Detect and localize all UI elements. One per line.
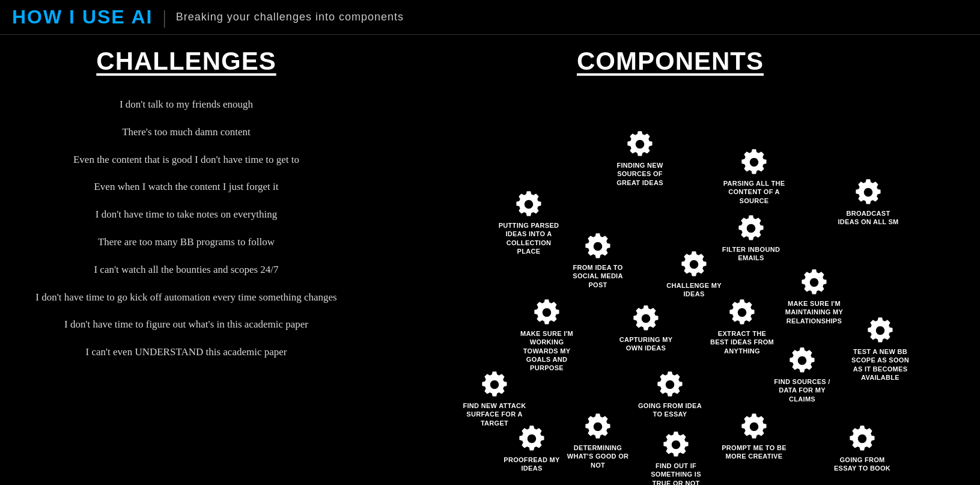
header: HOW I USE AI | Breaking your challenges … <box>0 0 980 35</box>
component-label: Proofread my ideas <box>499 456 565 473</box>
component-label: Determining what's good or not <box>565 444 631 469</box>
component-item: Challenge my ideas <box>661 250 727 299</box>
challenge-item: I can't even UNDERSTAND this academic pa… <box>24 345 348 359</box>
page-title: HOW I USE AI <box>12 6 153 28</box>
gear-icon <box>680 250 708 279</box>
component-label: Going from essay to book <box>829 456 895 473</box>
gear-icon <box>514 190 543 219</box>
component-label: Parsing all the content of a source <box>721 179 787 205</box>
component-item: Filter inbound emails <box>718 214 784 263</box>
challenge-item: I can't watch all the bounties and scope… <box>24 263 348 277</box>
component-label: From idea to social media post <box>565 263 631 289</box>
challenge-item: Even the content that is good I don't ha… <box>24 153 348 167</box>
gear-icon <box>728 298 756 327</box>
component-label: Make sure I'm working towards my goals a… <box>514 329 580 372</box>
gear-icon <box>788 346 817 375</box>
challenges-heading: CHALLENGES <box>24 47 348 76</box>
gear-icon <box>583 412 612 441</box>
gear-icon <box>800 268 829 297</box>
component-label: Extract the best ideas from anything <box>709 329 775 355</box>
gear-icon <box>583 232 612 261</box>
component-item: Find new attack surface for a target <box>461 370 528 427</box>
component-item: Proofread my ideas <box>499 424 565 473</box>
component-label: Make sure I'm maintaining my relationshi… <box>781 299 847 325</box>
gear-icon <box>848 424 877 453</box>
component-label: Challenge my ideas <box>661 281 727 299</box>
gear-icon <box>737 214 765 243</box>
component-label: Broadcast ideas on all SM <box>835 209 901 227</box>
header-divider: | <box>162 6 166 28</box>
gear-icon <box>532 298 561 327</box>
gear-icon <box>740 148 768 177</box>
component-item: Putting parsed ideas into a collection p… <box>496 190 562 255</box>
component-label: Finding new sources of great ideas <box>607 161 673 187</box>
components-map: Finding new sources of great ideas Parsi… <box>367 82 974 485</box>
component-item: Going from idea to essay <box>637 370 703 419</box>
component-item: Test a new BB scope as soon as it become… <box>847 316 913 382</box>
challenge-item: I don't have time to go kick off automat… <box>24 290 348 305</box>
component-item: Capturing my own ideas <box>613 304 679 353</box>
component-label: Putting parsed ideas into a collection p… <box>496 221 562 255</box>
component-item: Parsing all the content of a source <box>721 148 787 205</box>
component-label: Capturing my own ideas <box>613 335 679 353</box>
challenge-item: I don't have time to take notes on every… <box>24 207 348 222</box>
gear-icon <box>517 424 546 453</box>
challenge-item: Even when I watch the content I just for… <box>24 180 348 194</box>
challenge-item: I don't have time to figure out what's i… <box>24 317 348 332</box>
component-item: Extract the best ideas from anything <box>709 298 775 355</box>
challenges-section: CHALLENGES I don't talk to my friends en… <box>0 47 361 485</box>
gear-icon <box>480 370 509 399</box>
component-label: Going from idea to essay <box>637 401 703 419</box>
component-item: Find out if something is true or not <box>643 430 709 485</box>
gear-icon <box>740 412 768 441</box>
component-item: Going from essay to book <box>829 424 895 473</box>
gear-icon <box>632 304 660 333</box>
gear-icon <box>866 316 895 345</box>
component-label: Prompt me to be more creative <box>721 444 787 461</box>
component-label: Filter inbound emails <box>718 245 784 263</box>
gear-icon <box>625 130 654 159</box>
component-item: Broadcast ideas on all SM <box>835 178 901 227</box>
component-label: Test a new BB scope as soon as it become… <box>847 347 913 382</box>
challenge-item: There are too many BB programs to follow <box>24 235 348 249</box>
components-section: COMPONENTS Finding new sources of great … <box>361 47 980 485</box>
challenges-list: I don't talk to my friends enoughThere's… <box>24 97 348 359</box>
component-item: From idea to social media post <box>565 232 631 289</box>
challenge-item: There's too much damn content <box>24 125 348 139</box>
components-heading: COMPONENTS <box>367 47 974 76</box>
main-content: CHALLENGES I don't talk to my friends en… <box>0 35 980 485</box>
gear-icon <box>656 370 684 399</box>
component-item: Finding new sources of great ideas <box>607 130 673 187</box>
challenge-item: I don't talk to my friends enough <box>24 97 348 112</box>
gear-icon <box>854 178 883 207</box>
component-label: Find new attack surface for a target <box>461 401 528 427</box>
component-item: Find sources / data for my claims <box>769 346 835 403</box>
component-item: Prompt me to be more creative <box>721 412 787 461</box>
component-label: Find sources / data for my claims <box>769 377 835 403</box>
component-item: Determining what's good or not <box>565 412 631 469</box>
component-label: Find out if something is true or not <box>643 462 709 485</box>
component-item: Make sure I'm working towards my goals a… <box>514 298 580 372</box>
gear-icon <box>662 430 690 459</box>
component-item: Make sure I'm maintaining my relationshi… <box>781 268 847 325</box>
header-subtitle: Breaking your challenges into components <box>176 11 404 23</box>
